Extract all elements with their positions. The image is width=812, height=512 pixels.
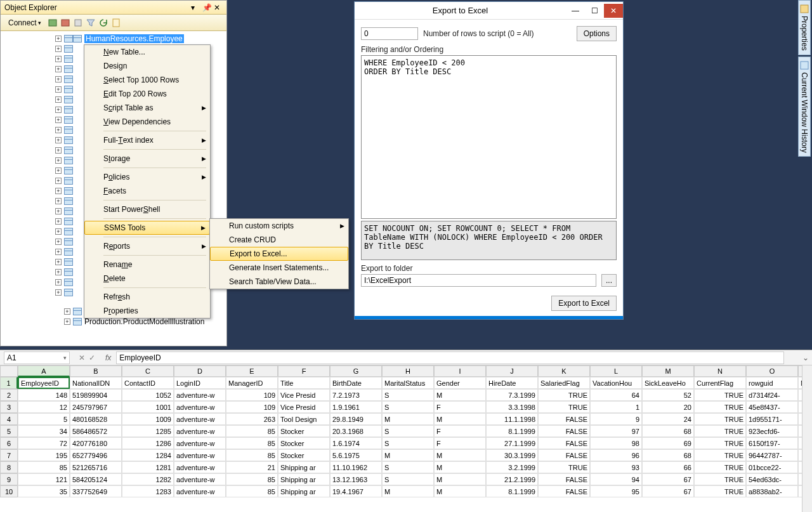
menu-item[interactable]: Full-Text index▶ [84, 133, 210, 147]
cell[interactable]: 35 [18, 485, 70, 497]
expander-icon[interactable]: + [55, 167, 62, 174]
row-header[interactable]: 2 [0, 389, 18, 401]
menu-item[interactable]: Generate Insert Statements... [210, 261, 348, 275]
cell[interactable]: F [434, 401, 486, 413]
cell[interactable]: TRUE [538, 461, 590, 473]
cell[interactable]: Stocker [278, 449, 330, 461]
expander-icon[interactable]: + [55, 117, 62, 123]
cell[interactable]: MaritalStatus [382, 377, 434, 389]
cell[interactable]: 8.1.1999 [486, 425, 538, 437]
cell[interactable]: 1281 [122, 461, 174, 473]
cell[interactable]: F [434, 437, 486, 449]
cell[interactable]: 5 [18, 413, 70, 425]
cell[interactable]: FALSE [538, 425, 590, 437]
column-header[interactable]: N [694, 365, 746, 377]
cell[interactable]: 96 [590, 449, 642, 461]
name-box[interactable]: A1▾ [4, 351, 70, 364]
close-icon[interactable]: ✕ [214, 3, 223, 12]
cell[interactable]: d7314f24- [746, 389, 798, 401]
disconnect-icon[interactable] [60, 18, 70, 28]
cell[interactable]: ManagerID [226, 377, 278, 389]
cell[interactable]: 20 [642, 401, 694, 413]
row-header[interactable]: 4 [0, 413, 18, 425]
menu-item[interactable]: New Table... [84, 45, 210, 59]
cell[interactable]: SickLeaveHo [642, 377, 694, 389]
cell[interactable]: VacationHou [590, 377, 642, 389]
column-header[interactable]: D [174, 365, 226, 377]
cell[interactable]: 1283 [122, 485, 174, 497]
pin-icon[interactable]: 📌 [202, 3, 211, 12]
expander-icon[interactable]: + [64, 308, 70, 315]
cell[interactable]: Gender [434, 377, 486, 389]
menu-item[interactable]: Policies▶ [84, 170, 210, 184]
cell[interactable]: 30.3.1999 [486, 449, 538, 461]
cell[interactable]: S [382, 401, 434, 413]
cell[interactable]: M [434, 389, 486, 401]
stop-icon[interactable] [73, 18, 83, 28]
cell[interactable]: 109 [226, 401, 278, 413]
cell[interactable]: S [382, 389, 434, 401]
cell[interactable]: 1009 [122, 413, 174, 425]
expander-icon[interactable]: + [55, 289, 62, 296]
cell[interactable]: 21 [226, 461, 278, 473]
expander-icon[interactable]: + [55, 36, 62, 42]
cell[interactable]: 85 [226, 449, 278, 461]
cell[interactable]: 34 [18, 425, 70, 437]
tree-node-selected[interactable]: HumanResources.Employee [84, 34, 184, 43]
cell[interactable]: 20.3.1968 [330, 425, 382, 437]
expander-icon[interactable]: + [55, 137, 62, 143]
cell[interactable]: 121 [18, 473, 70, 485]
cell[interactable]: TRUE [694, 413, 746, 425]
cell[interactable]: 54ed63dc- [746, 473, 798, 485]
dropdown-icon[interactable]: ▾ [191, 3, 200, 12]
row-header[interactable]: 10 [0, 485, 18, 497]
cell[interactable]: 1284 [122, 449, 174, 461]
cell[interactable]: ContactID [122, 377, 174, 389]
menu-item[interactable]: Rename [84, 258, 210, 272]
menu-item[interactable]: SSMS Tools▶ [84, 221, 210, 235]
cell[interactable]: Stocker [278, 425, 330, 437]
cell[interactable]: M [434, 461, 486, 473]
column-header[interactable]: K [538, 365, 590, 377]
cell[interactable]: 52 [642, 389, 694, 401]
cell[interactable]: 67 [642, 473, 694, 485]
cell[interactable]: 11.10.1962 [330, 461, 382, 473]
cell[interactable]: FALSE [538, 449, 590, 461]
cell[interactable]: F [434, 425, 486, 437]
cell[interactable]: 85 [226, 425, 278, 437]
cell[interactable]: TRUE [694, 425, 746, 437]
cell[interactable]: 95 [590, 485, 642, 497]
cell[interactable]: 21.2.1999 [486, 473, 538, 485]
row-header[interactable]: 7 [0, 449, 18, 461]
expander-icon[interactable]: + [55, 46, 62, 52]
close-button[interactable]: ✕ [604, 4, 623, 18]
column-header[interactable]: G [330, 365, 382, 377]
menu-item[interactable]: Properties [84, 304, 210, 318]
cell[interactable]: adventure-w [174, 449, 226, 461]
cell[interactable]: 94 [590, 473, 642, 485]
column-header[interactable]: F [278, 365, 330, 377]
cell[interactable]: M [434, 473, 486, 485]
cell[interactable]: 420776180 [70, 437, 122, 449]
column-header[interactable]: L [590, 365, 642, 377]
expander-icon[interactable]: + [55, 218, 62, 225]
expander-icon[interactable]: + [55, 249, 62, 255]
column-header[interactable]: J [486, 365, 538, 377]
expand-formula-bar-icon[interactable]: ⌄ [799, 353, 812, 362]
cell[interactable]: EmployeeID [18, 377, 70, 389]
menu-item[interactable]: Delete [84, 272, 210, 286]
formula-bar[interactable]: EmployeeID [116, 351, 784, 364]
expander-icon[interactable]: + [55, 269, 62, 275]
column-header[interactable]: C [122, 365, 174, 377]
expander-icon[interactable]: + [64, 318, 70, 325]
cell[interactable]: TRUE [538, 401, 590, 413]
scrollbar[interactable] [802, 365, 812, 512]
row-header[interactable]: 9 [0, 473, 18, 485]
maximize-button[interactable]: ☐ [585, 4, 604, 18]
cell[interactable]: Vice Presid [278, 401, 330, 413]
properties-tab[interactable]: Properties [798, 0, 811, 55]
expander-icon[interactable]: + [55, 107, 62, 113]
expander-icon[interactable]: + [55, 239, 62, 245]
cell[interactable]: 1282 [122, 473, 174, 485]
cell[interactable]: 245797967 [70, 401, 122, 413]
